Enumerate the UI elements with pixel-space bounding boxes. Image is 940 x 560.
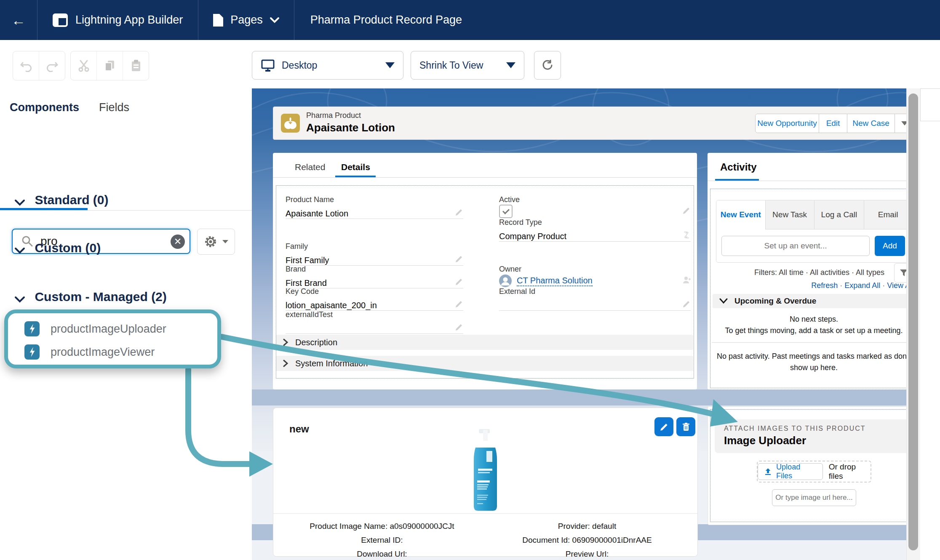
refresh-icon [541,59,554,72]
component-item-uploader[interactable]: productImageUploader [24,321,166,336]
copy-icon [103,59,117,72]
edit-image-button[interactable] [654,417,673,436]
record-header: Pharma Product Apaisante Lotion New Oppo… [273,107,920,140]
record-detail-component[interactable] [276,185,694,379]
zoom-select-value: Shrink To View [419,60,483,71]
record-action-buttons: New Opportunity Edit New Case [755,114,915,133]
annotation-highlight-box [4,309,221,368]
product-image [468,428,503,512]
tab-activity[interactable]: Activity [720,161,757,173]
chevron-down-icon [14,247,25,254]
page-title: Pharma Product Record Page [294,0,478,40]
divider [273,177,697,178]
device-select-value: Desktop [282,60,317,71]
component-item-viewer[interactable]: productImageViewer [24,344,155,360]
right-panel-edge [920,40,940,560]
copy-button[interactable] [96,51,123,80]
clear-search-button[interactable]: ✕ [171,235,185,249]
lightning-component-icon [24,321,40,336]
meta-product-image-name: Product Image Name: a0s09000000JCJt [281,519,483,533]
lightning-app-builder: ← Lightning App Builder Pages Pharma Pro… [0,0,940,560]
settings-button[interactable] [197,229,235,255]
new-case-button[interactable]: New Case [847,114,895,133]
canvas-scrollbar[interactable] [906,88,920,560]
component-item-label: productImageViewer [51,346,155,359]
chevron-down-icon [385,62,395,68]
device-select[interactable]: Desktop [252,51,403,80]
app-builder-menu[interactable]: Lightning App Builder [37,0,198,40]
chevron-down-icon [14,296,25,303]
pencil-icon [660,422,669,432]
divider [273,513,697,514]
section-custom[interactable]: Custom (0) [14,241,101,255]
pages-label: Pages [230,13,263,27]
chevron-down-icon [14,199,25,206]
undo-icon [19,59,33,72]
divider [708,181,920,181]
undo-button[interactable] [13,51,39,80]
tab-details[interactable]: Details [341,162,370,172]
divider [0,210,252,211]
chevron-down-icon [222,239,229,244]
section-standard-label: Standard (0) [35,193,108,207]
meta-preview-url: Preview Url: [486,547,688,560]
record-title: Apaisante Lotion [306,121,395,134]
tab-related[interactable]: Related [295,162,325,172]
gear-icon [203,235,218,249]
details-card: Related Details Product Name Apaisante L… [273,153,697,389]
chevron-down-icon [270,17,280,24]
scrollbar-thumb[interactable] [908,93,918,550]
page-icon [213,13,224,27]
cut-button[interactable] [71,51,96,80]
tab-fields[interactable]: Fields [99,101,129,114]
paste-icon [129,59,143,72]
back-button[interactable]: ← [0,0,37,40]
image-name-title: new [289,423,309,435]
section-standard[interactable]: Standard (0) [14,193,108,207]
section-custom-managed[interactable]: Custom - Managed (2) [14,290,167,304]
section-custom-managed-label: Custom - Managed (2) [35,290,166,304]
image-viewer-component: new [273,408,698,557]
tab-components[interactable]: Components [10,101,79,114]
back-arrow-icon: ← [11,13,26,27]
meta-external-id: External ID: [281,533,483,547]
redo-icon [45,59,59,72]
undo-redo-group [13,51,65,80]
activity-component[interactable] [710,189,918,388]
clipboard-group [70,51,149,80]
section-band [252,389,920,405]
meta-document-id: Document Id: 06909000001iDnrAAE [486,533,688,547]
lightning-component-icon [24,344,40,360]
top-bar: ← Lightning App Builder Pages Pharma Pro… [0,0,940,40]
image-meta-left: Product Image Name: a0s09000000JCJt Exte… [281,519,483,560]
meta-provider: Provider: default [486,519,688,533]
desktop-icon [261,59,275,72]
cut-icon [77,59,91,72]
page-canvas: Pharma Product Apaisante Lotion New Oppo… [252,88,920,560]
builder-toolbar: Desktop Shrink To View [0,40,940,88]
image-uploader-component: ATTACH IMAGES TO THIS PRODUCT Image Uplo… [708,406,920,525]
meta-download-url: Download Url: [281,547,483,560]
activity-card: Activity New Event New Task Log a Call E… [708,153,920,389]
app-builder-label: Lightning App Builder [75,13,183,27]
pages-menu[interactable]: Pages [198,0,294,40]
redo-button[interactable] [39,51,65,80]
clipped-panel-fragment [920,88,940,121]
trash-icon [682,422,690,432]
new-opportunity-button[interactable]: New Opportunity [756,114,819,133]
refresh-button[interactable] [534,51,561,80]
section-custom-label: Custom (0) [35,241,101,255]
image-meta-right: Provider: default Document Id: 069090000… [486,519,688,560]
app-builder-icon [53,13,68,27]
product-object-icon [281,114,300,133]
uploader-selection-border[interactable] [710,409,919,522]
chevron-down-icon [506,62,515,68]
delete-image-button[interactable] [676,417,695,436]
object-label: Pharma Product [306,111,361,120]
paste-button[interactable] [123,51,149,80]
component-item-label: productImageUploader [51,323,166,336]
zoom-select[interactable]: Shrink To View [411,51,524,80]
edit-button[interactable]: Edit [819,114,847,133]
